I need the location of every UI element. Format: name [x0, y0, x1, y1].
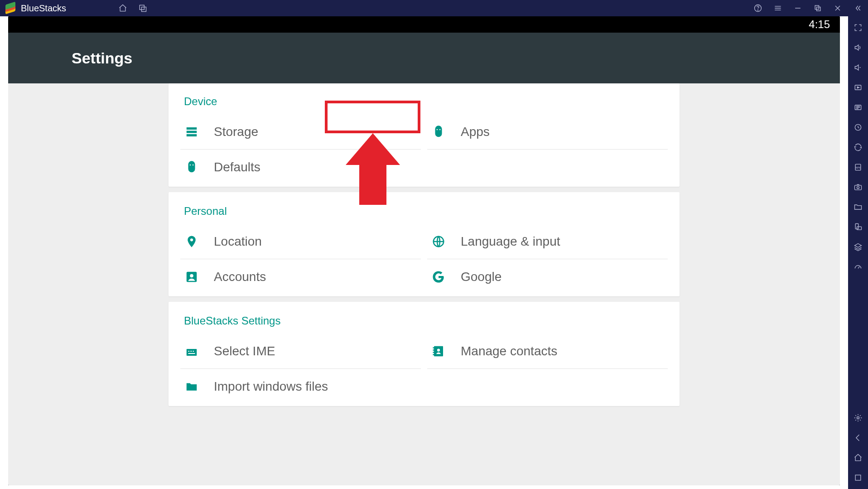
settings-item-accounts[interactable]: Accounts: [180, 259, 421, 295]
minimize-icon[interactable]: [793, 3, 803, 13]
google-icon: [431, 269, 446, 285]
panel-bluestacks: BlueStacks Settings Select IME: [169, 302, 680, 406]
bluestacks-logo-icon: [5, 3, 15, 13]
svg-rect-17: [187, 349, 197, 356]
section-title-device: Device: [169, 95, 680, 114]
section-title-personal: Personal: [169, 205, 680, 224]
fullscreen-icon[interactable]: [853, 23, 863, 33]
volume-down-icon[interactable]: [853, 63, 863, 73]
bluestacks-titlebar: BlueStacks: [0, 0, 868, 16]
svg-point-13: [190, 238, 193, 241]
accounts-icon: [184, 269, 199, 285]
svg-rect-4: [815, 5, 819, 9]
svg-point-9: [437, 129, 438, 130]
svg-rect-1: [142, 7, 146, 12]
home-icon[interactable]: [118, 3, 128, 13]
svg-point-19: [437, 349, 440, 351]
svg-rect-28: [857, 227, 862, 230]
svg-rect-30: [855, 475, 861, 480]
settings-item-label: Manage contacts: [461, 344, 557, 358]
location-icon: [184, 234, 199, 249]
svg-point-29: [857, 417, 859, 419]
svg-point-10: [439, 129, 441, 130]
menu-icon[interactable]: [773, 3, 783, 13]
multi-instance-icon[interactable]: [138, 3, 148, 13]
panel-device: Device Storage Apps: [169, 83, 680, 187]
svg-point-26: [857, 186, 859, 189]
back-icon[interactable]: [853, 433, 863, 443]
settings-item-import[interactable]: Import windows files: [180, 369, 421, 404]
status-time: 4:15: [809, 18, 830, 31]
settings-item-google[interactable]: Google: [427, 259, 668, 295]
apps-icon: [431, 124, 446, 140]
macro-icon[interactable]: [853, 122, 863, 132]
home-toolbar-icon[interactable]: [853, 453, 863, 463]
settings-item-storage[interactable]: Storage: [180, 114, 421, 150]
right-toolbar: APK: [848, 16, 868, 489]
settings-item-label: Language & input: [461, 234, 560, 249]
svg-point-3: [758, 10, 758, 10]
settings-item-defaults[interactable]: Defaults: [180, 150, 421, 185]
recents-icon[interactable]: [853, 473, 863, 483]
svg-point-16: [190, 274, 193, 278]
settings-gear-icon[interactable]: [853, 413, 863, 423]
app-name: BlueStacks: [21, 3, 66, 14]
settings-item-location[interactable]: Location: [180, 224, 421, 259]
close-icon[interactable]: [833, 3, 843, 13]
settings-header: Settings: [8, 33, 840, 83]
settings-item-label: Location: [214, 234, 262, 249]
keymap-icon[interactable]: [853, 82, 863, 92]
panel-personal: Personal Location Language &: [169, 192, 680, 296]
settings-item-label: Apps: [461, 125, 490, 139]
settings-item-language[interactable]: Language & input: [427, 224, 668, 259]
svg-rect-6: [187, 127, 197, 130]
sync-icon[interactable]: [853, 142, 863, 152]
contacts-icon: [431, 344, 446, 359]
storage-icon: [184, 124, 199, 140]
speed-icon[interactable]: [853, 262, 863, 272]
media-folder-icon[interactable]: [853, 202, 863, 212]
settings-item-contacts[interactable]: Manage contacts: [427, 334, 668, 369]
svg-rect-25: [855, 185, 862, 190]
svg-rect-0: [140, 5, 144, 10]
language-icon: [431, 234, 446, 249]
layers-icon[interactable]: [853, 242, 863, 252]
emulator-area: 4:15 Settings Device Storage: [0, 16, 848, 489]
settings-item-label: Select IME: [214, 344, 275, 358]
maximize-icon[interactable]: [813, 3, 823, 13]
android-status-bar: 4:15: [8, 16, 840, 33]
bluestacks-brand: BlueStacks: [5, 3, 66, 14]
settings-item-label: Storage: [214, 125, 258, 139]
android-frame: 4:15 Settings Device Storage: [8, 16, 840, 485]
svg-rect-8: [187, 134, 197, 136]
svg-point-11: [190, 165, 191, 166]
settings-item-label: Google: [461, 270, 502, 284]
settings-item-apps[interactable]: Apps: [427, 114, 668, 150]
volume-up-icon[interactable]: [853, 43, 863, 53]
install-apk-icon[interactable]: APK: [853, 162, 863, 172]
collapse-sidetoolbar-icon[interactable]: [853, 3, 863, 13]
svg-text:APK: APK: [855, 166, 861, 169]
settings-item-label: Accounts: [214, 270, 266, 284]
svg-rect-5: [817, 7, 820, 11]
settings-item-label: Import windows files: [214, 379, 328, 394]
svg-rect-7: [187, 131, 197, 133]
screenshot-icon[interactable]: [853, 182, 863, 192]
keyboard-icon: [184, 344, 199, 359]
defaults-icon: [184, 160, 199, 175]
game-guide-icon[interactable]: [853, 102, 863, 112]
settings-item-ime[interactable]: Select IME: [180, 334, 421, 369]
help-icon[interactable]: [753, 3, 763, 13]
settings-item-label: Defaults: [214, 160, 260, 174]
settings-body[interactable]: Device Storage Apps: [8, 83, 840, 485]
folder-icon: [184, 379, 199, 394]
svg-point-12: [193, 165, 194, 166]
section-title-bluestacks: BlueStacks Settings: [169, 315, 680, 334]
rotate-icon[interactable]: [853, 222, 863, 232]
page-title: Settings: [72, 49, 132, 67]
